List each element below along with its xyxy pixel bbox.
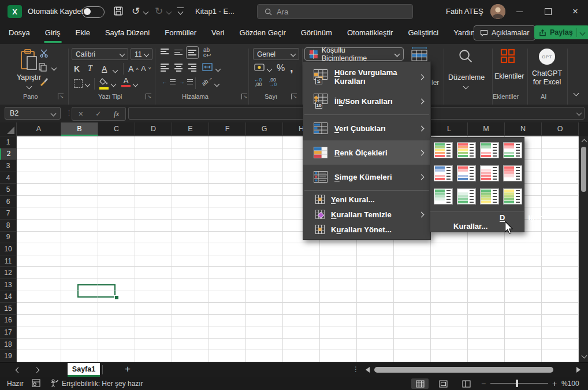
row-header-10[interactable]: 10 <box>0 243 17 255</box>
column-header-G[interactable]: G <box>246 122 283 136</box>
align-left-button[interactable] <box>161 64 169 72</box>
ribbon-tab-giriş[interactable]: Giriş <box>38 23 68 44</box>
ribbon-tab-formüller[interactable]: Formüller <box>157 23 204 44</box>
page-layout-view-button[interactable] <box>434 378 452 389</box>
align-right-button[interactable] <box>188 64 196 72</box>
collapse-ribbon-chevron-icon[interactable] <box>574 91 579 96</box>
format-painter-button[interactable] <box>39 77 49 88</box>
redo-button[interactable]: ↻ <box>155 5 163 17</box>
row-header-4[interactable]: 4 <box>0 172 17 184</box>
ribbon-tab-sayfa düzeni[interactable]: Sayfa Düzeni <box>98 23 157 44</box>
percent-style-button[interactable]: % <box>277 63 285 73</box>
comments-button[interactable]: Açıklamalar <box>474 25 535 40</box>
share-chevron-icon[interactable] <box>579 29 585 35</box>
new-sheet-button[interactable]: + <box>125 363 131 375</box>
comma-style-button[interactable]: , <box>290 61 293 75</box>
merge-chevron-icon[interactable] <box>215 66 221 72</box>
row-header-9[interactable]: 9 <box>0 232 17 244</box>
horizontal-scroll-thumb[interactable] <box>374 367 553 373</box>
color-scale-green-white-red[interactable] <box>480 142 499 158</box>
tab-scroll-splitter[interactable]: ⋮ <box>352 365 359 373</box>
undo-button[interactable]: ↺ <box>132 5 140 17</box>
normal-view-button[interactable] <box>411 378 429 389</box>
ribbon-tab-otomatikleştir[interactable]: Otomatikleştir <box>340 23 400 44</box>
search-box[interactable]: Ara <box>257 4 413 19</box>
enter-button[interactable]: ✓ <box>95 110 101 118</box>
maximize-button[interactable] <box>535 0 561 23</box>
accounting-chevron-icon[interactable] <box>267 66 273 72</box>
decrease-decimal-button[interactable]: ,00→0 <box>269 77 277 87</box>
font-color-button[interactable]: A <box>121 77 131 87</box>
qat-customize-button[interactable] <box>177 8 184 8</box>
ribbon-tab-geliştirici[interactable]: Geliştirici <box>400 23 446 44</box>
color-scale-white-green[interactable] <box>457 188 476 205</box>
number-dialog-launcher[interactable]: ↘ <box>291 94 297 99</box>
column-header-O[interactable]: O <box>542 122 579 136</box>
hscroll-left-icon[interactable] <box>366 367 370 373</box>
zoom-level[interactable]: %100 <box>561 380 579 388</box>
orientation-chevron-icon[interactable] <box>214 81 220 87</box>
share-button[interactable]: Paylaş <box>534 25 588 39</box>
wrap-text-button[interactable]: abc↩ <box>203 47 211 58</box>
column-header-E[interactable]: E <box>172 122 209 136</box>
column-header-M[interactable]: M <box>468 122 505 136</box>
chatgpt-button[interactable]: GPT ChatGPT for Excel <box>530 49 564 87</box>
copy-chevron-icon[interactable] <box>51 65 57 71</box>
macro-record-button[interactable] <box>32 379 40 389</box>
zoom-slider-handle[interactable] <box>516 380 518 387</box>
color-scale-white-red[interactable] <box>480 165 499 181</box>
cut-button[interactable] <box>39 49 49 60</box>
fill-color-button[interactable] <box>99 78 109 90</box>
underline-chevron-icon[interactable] <box>113 68 118 73</box>
underline-button[interactable]: A <box>102 64 107 73</box>
format-as-table-button[interactable] <box>409 46 430 63</box>
column-header-N[interactable]: N <box>505 122 542 136</box>
color-scale-green-yellow-red[interactable] <box>434 142 453 158</box>
close-button[interactable]: × <box>563 0 588 23</box>
row-header-6[interactable]: 6 <box>0 196 17 208</box>
align-bottom-button-selected[interactable] <box>186 46 199 59</box>
menu-item-highlight[interactable]: ≤Hücre Vurgulama Kuralları <box>303 65 430 89</box>
clipboard-dialog-launcher[interactable]: ↘ <box>58 94 64 99</box>
fill-handle[interactable] <box>114 295 119 300</box>
next-sheet-icon[interactable] <box>34 367 40 373</box>
borders-button[interactable] <box>74 79 83 88</box>
merge-center-button[interactable] <box>202 63 213 73</box>
autosave-toggle[interactable] <box>82 6 105 18</box>
font-name-combo[interactable]: Calibri <box>72 48 128 60</box>
copy-button[interactable] <box>38 62 47 73</box>
number-format-combo[interactable]: Genel <box>253 48 299 60</box>
cancel-button[interactable]: × <box>79 109 83 118</box>
menu-item-topbottom[interactable]: 10İlk/Son Kuralları <box>303 89 430 113</box>
menu-item-clearrules[interactable]: Kuralları Temizle <box>303 207 430 222</box>
bold-button[interactable]: K <box>74 64 80 73</box>
column-header-A[interactable]: A <box>17 122 61 136</box>
ribbon-tab-veri[interactable]: Veri <box>204 23 232 44</box>
select-all-corner[interactable] <box>0 122 17 136</box>
column-header-L[interactable]: L <box>431 122 468 136</box>
increase-indent-button[interactable]: → <box>179 79 193 85</box>
accessibility-button[interactable] <box>50 379 58 389</box>
zoom-in-button[interactable]: + <box>552 379 557 388</box>
row-header-19[interactable]: 19 <box>0 350 17 362</box>
fill-color-chevron-icon[interactable] <box>111 81 117 87</box>
column-header-B[interactable]: B <box>61 122 98 136</box>
row-header-2[interactable]: 2 <box>0 148 17 161</box>
ribbon-tab-dosya[interactable]: Dosya <box>1 23 38 44</box>
borders-chevron-icon[interactable] <box>85 81 91 87</box>
menu-item-iconsets[interactable]: Simge Kümeleri <box>303 165 430 189</box>
color-scale-red-white-green[interactable] <box>503 142 522 158</box>
scroll-down-icon[interactable] <box>582 353 587 359</box>
grow-font-button[interactable]: A˄ <box>128 64 139 73</box>
row-header-17[interactable]: 17 <box>0 326 17 339</box>
color-scale-red-white-blue[interactable] <box>457 165 476 181</box>
redo-chevron-icon[interactable] <box>166 9 172 15</box>
row-header-16[interactable]: 16 <box>0 315 17 327</box>
color-scale-red-white[interactable] <box>503 165 522 181</box>
menu-item-newrule[interactable]: Yeni Kural... <box>303 192 430 207</box>
prev-sheet-icon[interactable] <box>16 367 21 373</box>
decrease-indent-button[interactable]: ← <box>162 79 176 85</box>
orientation-button[interactable]: ab→ <box>200 74 214 87</box>
minimize-button[interactable] <box>507 0 532 23</box>
row-header-15[interactable]: 15 <box>0 303 17 315</box>
